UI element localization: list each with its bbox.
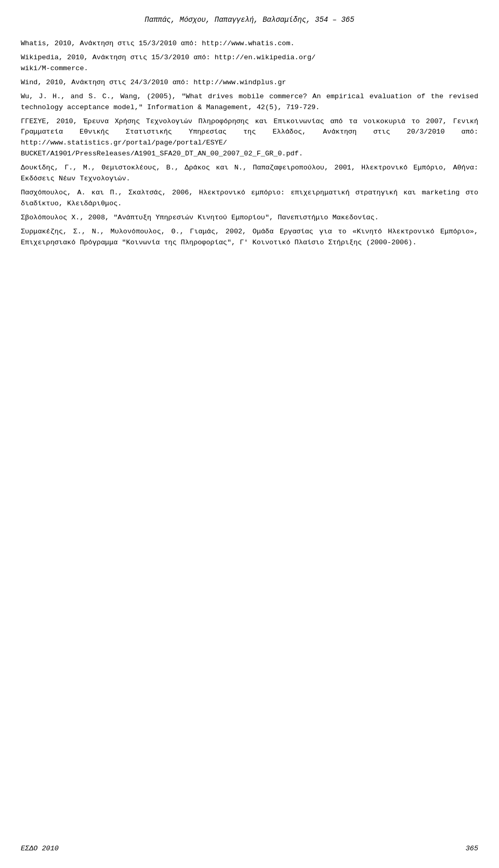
page-footer: ΕΣΔΟ 2010 365	[21, 845, 478, 852]
list-item: Whatis, 2010, Ανάκτηση στις 15/3/2010 απ…	[21, 38, 478, 49]
ref-text: Wu, J. H., and S. C., Wang, (2005), "Wha…	[21, 93, 478, 111]
list-item: Wikipedia, 2010, Ανάκτηση στις 15/3/2010…	[21, 52, 478, 74]
list-item: Συρμακέζης, Σ., Ν., Μυλονόπουλος, Θ., Γι…	[21, 227, 478, 248]
list-item: Δουκίδης, Γ., Μ., Θεμιστοκλέους, Β., Δρά…	[21, 163, 478, 185]
references-block: Whatis, 2010, Ανάκτηση στις 15/3/2010 απ…	[21, 38, 478, 248]
page-header: Παππάς, Μόσχου, Παπαγγελή, Βαλσαμίδης, 3…	[21, 16, 478, 24]
ref-text: Wind, 2010, Ανάκτηση στις 24/3/2010 από:…	[21, 78, 286, 86]
header-text: Παππάς, Μόσχου, Παπαγγελή, Βαλσαμίδης, 3…	[145, 16, 354, 24]
ref-text: Συρμακέζης, Σ., Ν., Μυλονόπουλος, Θ., Γι…	[21, 228, 478, 246]
list-item: Wind, 2010, Ανάκτηση στις 24/3/2010 από:…	[21, 77, 478, 88]
ref-text: Πασχόπουλος, Α. και Π., Σκαλτσάς, 2006, …	[21, 189, 478, 207]
ref-text: ΓΓΕΣΥΕ, 2010, Έρευνα Χρήσης Τεχνολογιών …	[21, 117, 478, 158]
ref-text: Wikipedia, 2010, Ανάκτηση στις 15/3/2010…	[21, 54, 316, 72]
list-item: ΓΓΕΣΥΕ, 2010, Έρευνα Χρήσης Τεχνολογιών …	[21, 116, 478, 160]
list-item: Σβολόπουλος Χ., 2008, "Ανάπτυξη Υπηρεσιώ…	[21, 213, 478, 223]
ref-text: Whatis, 2010, Ανάκτηση στις 15/3/2010 απ…	[21, 40, 295, 47]
list-item: Wu, J. H., and S. C., Wang, (2005), "Wha…	[21, 91, 478, 113]
ref-text: Δουκίδης, Γ., Μ., Θεμιστοκλέους, Β., Δρά…	[21, 164, 478, 182]
page-container: Παππάς, Μόσχου, Παπαγγελή, Βαλσαμίδης, 3…	[0, 0, 499, 868]
footer-right: 365	[466, 845, 478, 852]
ref-text: Σβολόπουλος Χ., 2008, "Ανάπτυξη Υπηρεσιώ…	[21, 214, 379, 221]
footer-left: ΕΣΔΟ 2010	[21, 845, 59, 852]
list-item: Πασχόπουλος, Α. και Π., Σκαλτσάς, 2006, …	[21, 188, 478, 209]
